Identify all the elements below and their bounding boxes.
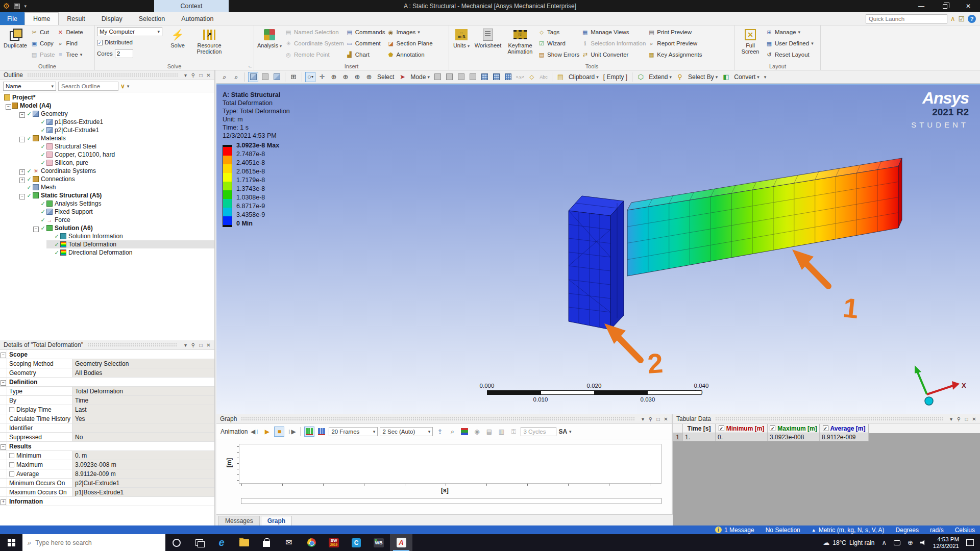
panel-menu-icon[interactable]: ▾	[639, 416, 647, 422]
resource-prediction-button[interactable]: ↗ Resource Prediction	[193, 27, 226, 61]
details-row[interactable]: ByTime	[0, 396, 214, 405]
orientation-triad[interactable]	[915, 365, 960, 405]
solve-button[interactable]: ⚡ Solve	[164, 27, 191, 61]
tabular-data-row[interactable]: 1 1. 0. 3.0923e-008 8.9112e-009	[673, 433, 980, 441]
find-button[interactable]: ⌕Find	[57, 38, 83, 48]
mode-dropdown[interactable]: Mode▾	[409, 73, 431, 81]
reset-layout-button[interactable]: ↺Reset Layout	[766, 49, 814, 60]
tab-result[interactable]: Result	[59, 12, 93, 25]
select-by-icon[interactable]: ⚲	[675, 72, 685, 82]
temperature-status[interactable]: Celsius	[955, 527, 975, 534]
context-tab[interactable]: Context	[154, 0, 229, 12]
delete-button[interactable]: ✕Delete	[57, 27, 83, 37]
select-element-face-icon[interactable]	[492, 72, 502, 82]
details-row[interactable]: Display TimeLast	[0, 405, 214, 414]
tree-item-geometry[interactable]: ✓Geometry	[19, 110, 214, 118]
maximize-icon[interactable]: □	[197, 72, 205, 78]
commands-button[interactable]: ▤Commands	[346, 27, 385, 37]
graph-chart-area[interactable]	[239, 444, 662, 484]
extend-dropdown[interactable]: Extend▾	[647, 73, 673, 81]
cortana-button[interactable]	[165, 534, 188, 551]
select-face-icon[interactable]	[456, 72, 467, 82]
frames-select[interactable]: 20 Frames▾	[329, 427, 378, 436]
convert-icon[interactable]: ◧	[721, 72, 731, 82]
images-button[interactable]: ◉Images▾	[387, 27, 433, 37]
taskbar-app-workbench[interactable]: WB	[368, 534, 390, 551]
cycles-field[interactable]: 3 Cycles	[521, 427, 556, 436]
unit-converter-button[interactable]: ⇄Unit Converter	[581, 49, 646, 60]
checkbox-icon[interactable]	[9, 453, 14, 458]
selection-information-button[interactable]: ℹSelection Information	[581, 38, 646, 48]
pan-icon[interactable]: ✛	[317, 72, 327, 82]
result-sets-icon[interactable]	[304, 427, 314, 437]
select-node-icon[interactable]	[480, 72, 490, 82]
tree-item-structural-steel[interactable]: ✓Structural Steel	[33, 142, 214, 151]
stop-icon[interactable]: ■	[274, 427, 284, 437]
expander-icon[interactable]	[19, 135, 26, 142]
tags-button[interactable]: ⬦Tags	[538, 27, 579, 37]
details-row[interactable]: GeometryAll Bodies	[0, 368, 214, 378]
manage-views-button[interactable]: ▦Manage Views	[581, 27, 646, 37]
named-selection-button[interactable]: ▤Named Selection	[285, 27, 344, 37]
extend-icon[interactable]: ⬡	[635, 72, 646, 82]
key-assignments-button[interactable]: ▦Key Assignments	[648, 49, 702, 60]
checkbox-checked-icon[interactable]: ✓	[770, 425, 775, 431]
units-status[interactable]: ▲Metric (m, kg, N, s, V, A)	[812, 527, 885, 534]
taskbar-app-solidworks[interactable]: SW2019	[323, 534, 345, 551]
panel-menu-icon[interactable]: ▾	[947, 416, 955, 422]
play-icon[interactable]: ▶	[262, 427, 272, 437]
taskbar-app-mail[interactable]: ✉	[278, 534, 300, 551]
minimum-column-header[interactable]: ✓Minimum [m]	[716, 424, 768, 433]
tree-item-body-p1[interactable]: ✓p1|Boss-Extrude1	[33, 118, 214, 126]
taskbar-app-store[interactable]	[255, 534, 278, 551]
tree-item-fixed-support[interactable]: ✓Fixed Support	[33, 208, 214, 216]
tree-item-connections[interactable]: ✓Connections	[19, 175, 214, 183]
task-view-button[interactable]	[188, 534, 210, 551]
expander-icon[interactable]	[0, 497, 7, 505]
toolbar-overflow-icon[interactable]: ▾	[763, 74, 768, 80]
clipboard-dropdown[interactable]: Clipboard▾	[567, 73, 600, 81]
speaker-icon[interactable]	[920, 540, 926, 545]
taskbar-app-edge[interactable]: e	[210, 534, 233, 551]
pin-icon[interactable]: ⚲	[647, 416, 654, 422]
time-column-header[interactable]: Time [s]	[683, 424, 716, 433]
close-icon[interactable]: ✕	[970, 416, 978, 422]
expander-icon[interactable]	[5, 102, 12, 110]
checkbox-icon[interactable]	[9, 407, 14, 412]
select-edge-icon[interactable]	[445, 72, 455, 82]
zoom-out-icon[interactable]: ⌕	[231, 72, 241, 82]
angular-velocity-status[interactable]: rad/s	[930, 527, 944, 534]
action-center-icon[interactable]	[966, 539, 974, 546]
time-decay-icon[interactable]	[316, 427, 327, 437]
last-frame-icon[interactable]: ❘▶	[286, 427, 297, 437]
duration-select[interactable]: 2 Sec (Auto)▾	[380, 427, 433, 436]
solve-target-select[interactable]: My Computer▾	[97, 27, 162, 36]
checkbox-icon[interactable]	[9, 462, 14, 467]
tree-item-body-p2[interactable]: ✓p2|Cut-Extrude1	[33, 126, 214, 134]
tree-item-directional-deformation[interactable]: ✓Directional Deformation	[46, 248, 214, 257]
details-row[interactable]: TypeTotal Deformation	[0, 387, 214, 396]
section-plane-button[interactable]: ◪Section Plane	[387, 38, 433, 48]
expand-search-icon[interactable]: ∨	[120, 83, 125, 90]
taskbar-app-mechanical[interactable]: A	[390, 534, 412, 551]
zoom-in-icon[interactable]: ⊕	[329, 72, 339, 82]
clipboard-icon[interactable]: ▤	[555, 72, 566, 82]
details-row[interactable]: SuppressedNo	[0, 433, 214, 442]
copy-button[interactable]: ▣Copy	[31, 38, 55, 48]
details-category-scope[interactable]: Scope	[0, 350, 214, 359]
update-contours-icon[interactable]	[459, 427, 470, 437]
full-screen-button[interactable]: ✕ Full Screen	[737, 27, 764, 61]
print-preview-button[interactable]: ▤Print Preview	[648, 27, 702, 37]
export-video-icon[interactable]: ⇪	[435, 427, 445, 437]
tab-messages[interactable]: Messages	[218, 516, 260, 525]
tree-item-solution-information[interactable]: ✓Solution Information	[46, 232, 214, 240]
zoom-fit-icon[interactable]: ⊕	[352, 72, 362, 82]
wizard-button[interactable]: ☑Wizard	[538, 38, 579, 48]
taskbar-search[interactable]: ⌕	[22, 534, 165, 551]
expander-icon[interactable]	[19, 192, 26, 199]
details-row[interactable]: Average8.9112e-009 m	[0, 469, 214, 479]
expander-icon[interactable]	[0, 442, 7, 450]
convert-dropdown[interactable]: Convert▾	[732, 73, 761, 81]
collapse-ribbon-icon[interactable]: ∧	[950, 15, 955, 22]
details-category-definition[interactable]: Definition	[0, 378, 214, 387]
